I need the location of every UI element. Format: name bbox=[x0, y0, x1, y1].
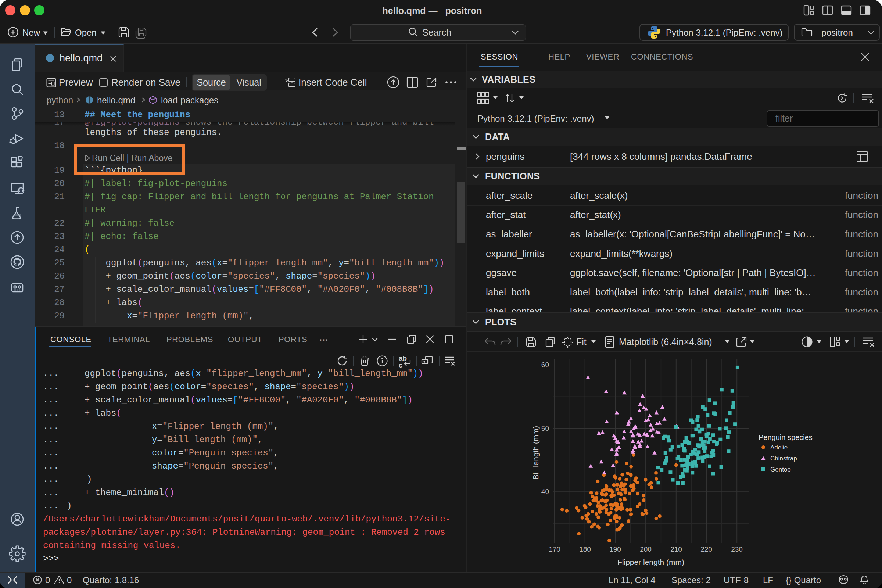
svg-text:Penguin species: Penguin species bbox=[759, 433, 813, 441]
svg-text:200: 200 bbox=[640, 545, 652, 553]
svg-text:Bill length (mm): Bill length (mm) bbox=[531, 426, 540, 480]
svg-text:40: 40 bbox=[542, 488, 549, 495]
svg-text:210: 210 bbox=[670, 545, 682, 553]
svg-text:Chinstrap: Chinstrap bbox=[770, 455, 797, 462]
svg-text:220: 220 bbox=[700, 545, 712, 553]
svg-text:Gentoo: Gentoo bbox=[770, 466, 791, 473]
svg-text:180: 180 bbox=[579, 545, 591, 553]
svg-text:170: 170 bbox=[549, 545, 560, 553]
svg-text:Adelie: Adelie bbox=[770, 444, 788, 451]
svg-text:Flipper length (mm): Flipper length (mm) bbox=[617, 558, 684, 566]
svg-text:230: 230 bbox=[731, 545, 743, 553]
svg-text:60: 60 bbox=[542, 361, 549, 369]
svg-text:190: 190 bbox=[609, 545, 621, 553]
svg-text:50: 50 bbox=[542, 424, 549, 432]
